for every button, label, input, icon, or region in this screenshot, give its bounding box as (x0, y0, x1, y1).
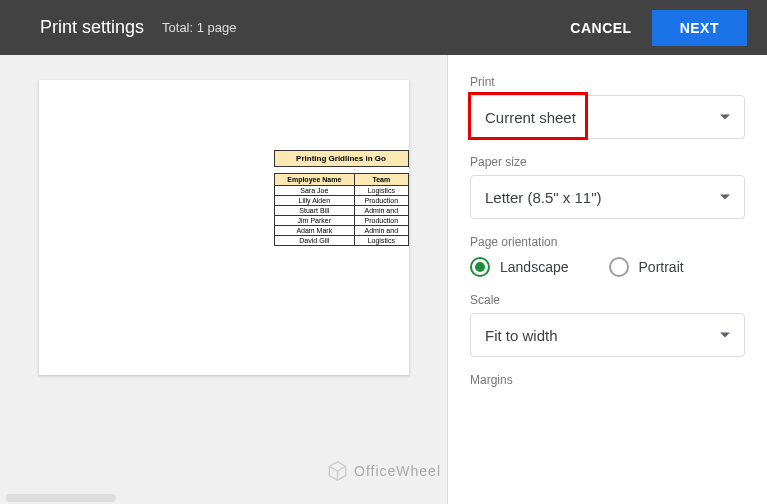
settings-sidebar: Print Current sheet Paper size Letter (8… (447, 55, 767, 504)
table-row: Stuart BillAdmin and (274, 206, 408, 216)
horizontal-scrollbar[interactable] (6, 494, 116, 502)
paper-size-label: Paper size (470, 155, 745, 169)
cell: Sara Joe (274, 186, 355, 196)
paper-size-dropdown[interactable]: Letter (8.5" x 11") (470, 175, 745, 219)
dropdown-value: Fit to width (485, 327, 558, 344)
preview-page: Printing Gridlines in Go Employee Name T… (39, 80, 409, 375)
radio-checked-icon (470, 257, 490, 277)
cell: Production (355, 216, 408, 226)
sheet-title: Printing Gridlines in Go (274, 150, 409, 167)
table-row: Lilly AidenProduction (274, 196, 408, 206)
table-row: Jim ParkerProduction (274, 216, 408, 226)
table-row: Sara JoeLogistics (274, 186, 408, 196)
dropdown-value: Letter (8.5" x 11") (485, 189, 602, 206)
print-range-dropdown[interactable]: Current sheet (470, 95, 745, 139)
radio-label: Portrait (639, 259, 684, 275)
cell: Admin and (355, 226, 408, 236)
cell: Admin and (355, 206, 408, 216)
chevron-down-icon (720, 195, 730, 200)
dropdown-value: Current sheet (485, 109, 576, 126)
table-row: David GillLogistics (274, 236, 408, 246)
orientation-landscape-radio[interactable]: Landscape (470, 257, 569, 277)
orientation-label: Page orientation (470, 235, 745, 249)
preview-table: Employee Name Team Sara JoeLogistics Lil… (274, 173, 409, 246)
col-header: Team (355, 174, 408, 186)
cell: Jim Parker (274, 216, 355, 226)
page-subtitle: Total: 1 page (162, 20, 236, 35)
chevron-down-icon (720, 333, 730, 338)
scale-label: Scale (470, 293, 745, 307)
cell: Adam Mark (274, 226, 355, 236)
cell: Stuart Bill (274, 206, 355, 216)
next-button[interactable]: NEXT (652, 10, 747, 46)
radio-label: Landscape (500, 259, 569, 275)
cell: Logistics (355, 236, 408, 246)
scale-dropdown[interactable]: Fit to width (470, 313, 745, 357)
chevron-down-icon (720, 115, 730, 120)
print-label: Print (470, 75, 745, 89)
header-bar: Print settings Total: 1 page CANCEL NEXT (0, 0, 767, 55)
table-row: Adam MarkAdmin and (274, 226, 408, 236)
orientation-portrait-radio[interactable]: Portrait (609, 257, 684, 277)
print-preview: Printing Gridlines in Go Employee Name T… (0, 55, 447, 504)
cell: Production (355, 196, 408, 206)
cell: David Gill (274, 236, 355, 246)
cell: Lilly Aiden (274, 196, 355, 206)
cell: Logistics (355, 186, 408, 196)
cancel-button[interactable]: CANCEL (570, 20, 631, 36)
radio-unchecked-icon (609, 257, 629, 277)
page-title: Print settings (40, 17, 144, 38)
margins-label: Margins (470, 373, 745, 387)
col-header: Employee Name (274, 174, 355, 186)
